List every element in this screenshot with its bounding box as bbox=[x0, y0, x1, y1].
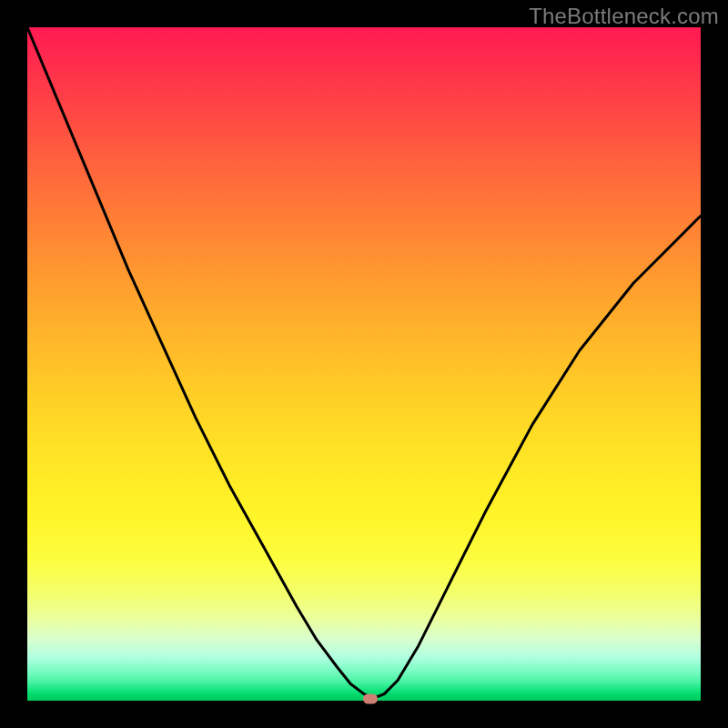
bottleneck-curve bbox=[27, 27, 701, 701]
optimum-marker-icon bbox=[363, 693, 378, 703]
watermark-text: TheBottleneck.com bbox=[529, 4, 719, 29]
chart-frame: TheBottleneck.com bbox=[0, 0, 728, 728]
chart-plot-area bbox=[27, 27, 701, 701]
